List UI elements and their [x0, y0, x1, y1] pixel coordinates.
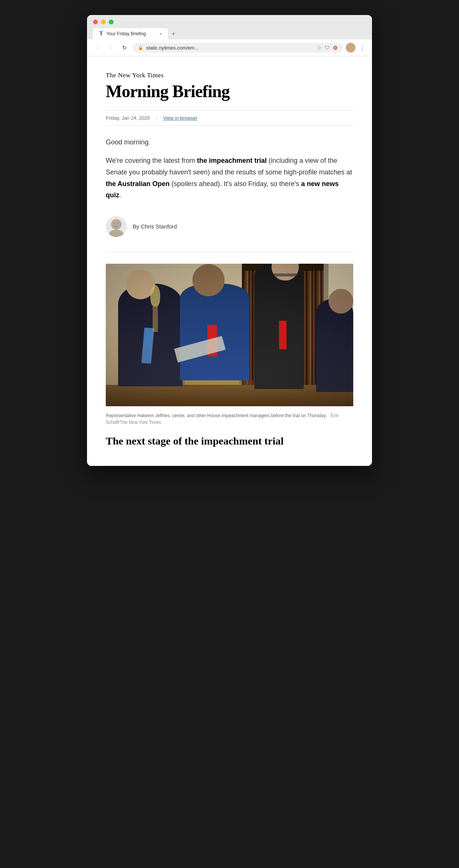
article-image-container: [106, 264, 353, 406]
author-avatar: [106, 216, 127, 237]
newsletter-title: Morning Briefing: [106, 82, 353, 101]
author-section: By Chris Stanford: [106, 212, 353, 241]
forward-button[interactable]: ›: [106, 42, 116, 53]
greeting-text: Good morning.: [106, 137, 353, 148]
intro-paragraph: We're covering the latest from the impea…: [106, 155, 353, 201]
image-caption: Representative Hakeem Jeffries, center, …: [106, 412, 353, 426]
address-bar[interactable]: 🔒 static.nytimes.com/em... ☆ 🛡 ⊙: [133, 43, 343, 53]
meta-divider: |: [156, 115, 157, 121]
close-button[interactable]: [93, 20, 98, 24]
tab-title: Your Friday Briefing: [106, 31, 156, 36]
masthead-text: The New York Times: [106, 72, 164, 79]
browser-window: 𝕋 Your Friday Briefing × + ‹ › ↻ 🔒 stati…: [87, 15, 372, 466]
user-avatar[interactable]: [346, 43, 356, 53]
minimize-button[interactable]: [101, 20, 106, 24]
meta-bar: Friday, Jan 24, 2020 | View in browser: [106, 110, 353, 126]
address-text: static.nytimes.com/em...: [146, 45, 314, 51]
nav-extras: ⋮: [346, 43, 367, 53]
author-byline: By Chris Stanford: [133, 223, 177, 230]
caption-description: Representative Hakeem Jeffries, center, …: [106, 413, 327, 418]
article-image: [106, 264, 353, 406]
photo-scene: [106, 264, 353, 406]
opera-icon: ⊙: [333, 45, 338, 51]
tab-bar: 𝕋 Your Friday Briefing × +: [93, 28, 366, 39]
nyt-masthead: The New York Times: [106, 71, 353, 79]
article-headline[interactable]: The next stage of the impeachment trial: [106, 435, 353, 448]
shield-icon[interactable]: 🛡: [325, 45, 330, 51]
section-divider: [106, 252, 353, 252]
back-button[interactable]: ‹: [92, 42, 103, 53]
reload-button[interactable]: ↻: [119, 42, 130, 53]
svg-point-2: [111, 219, 122, 230]
tab-favicon: 𝕋: [98, 31, 104, 36]
publication-date: Friday, Jan 24, 2020: [106, 115, 150, 121]
browser-menu-button[interactable]: ⋮: [358, 44, 367, 52]
navigation-bar: ‹ › ↻ 🔒 static.nytimes.com/em... ☆ 🛡 ⊙ ⋮: [87, 39, 372, 56]
lock-icon: 🔒: [138, 45, 143, 50]
maximize-button[interactable]: [109, 20, 114, 24]
svg-point-4: [114, 223, 115, 224]
australian-open-link[interactable]: the Australian Open: [106, 180, 170, 188]
svg-point-3: [109, 230, 124, 237]
traffic-lights: [93, 20, 366, 24]
view-in-browser-link[interactable]: View in browser: [163, 115, 198, 121]
page-content: The New York Times Morning Briefing Frid…: [87, 56, 372, 466]
tab-close-button[interactable]: ×: [159, 32, 163, 36]
bookmark-icon[interactable]: ☆: [317, 45, 322, 51]
svg-point-1: [347, 49, 354, 53]
svg-point-5: [118, 223, 119, 224]
impeachment-link[interactable]: the impeachment trial: [197, 157, 267, 164]
active-tab[interactable]: 𝕋 Your Friday Briefing ×: [93, 28, 168, 39]
svg-point-0: [348, 44, 353, 49]
new-tab-button[interactable]: +: [168, 28, 179, 39]
browser-chrome: 𝕋 Your Friday Briefing × +: [87, 15, 372, 39]
